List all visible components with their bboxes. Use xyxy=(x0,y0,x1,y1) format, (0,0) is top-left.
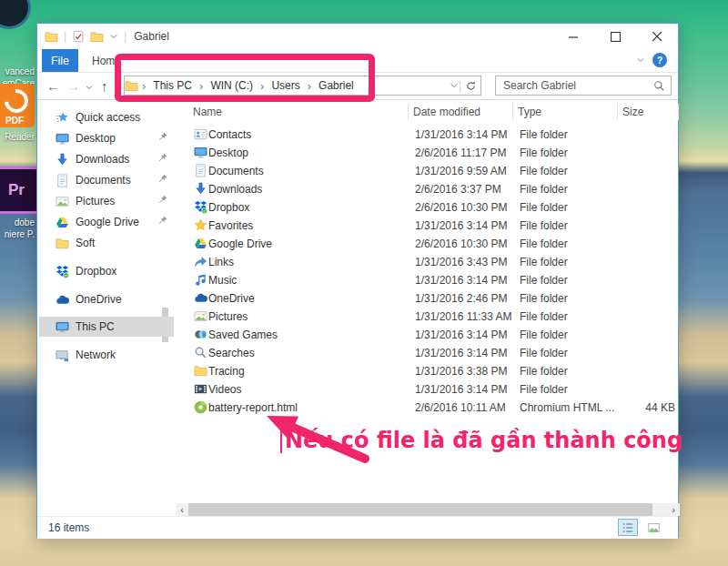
sidebar-item-network[interactable]: Network xyxy=(39,345,174,365)
desktop-app-icon[interactable] xyxy=(0,0,31,29)
file-name: Pictures xyxy=(208,310,248,323)
file-row-dropbox[interactable]: Dropbox2/6/2016 10:30 PMFile folder xyxy=(178,198,680,217)
gdrive-icon xyxy=(194,237,207,250)
file-row-searches[interactable]: Searches1/31/2016 3:14 PMFile folder xyxy=(178,344,680,362)
file-date: 1/31/2016 9:59 AM xyxy=(415,165,507,177)
desktop-icon xyxy=(194,146,207,159)
properties-icon[interactable] xyxy=(72,30,85,43)
file-row-battery-report-html[interactable]: battery-report.html2/6/2016 10:11 AMChro… xyxy=(178,399,680,417)
desktop-icon-label-reader[interactable]: Reader xyxy=(0,131,35,143)
file-name: battery-report.html xyxy=(208,401,298,414)
file-type: File folder xyxy=(520,383,568,396)
file-type: File folder xyxy=(520,310,568,323)
videos-icon xyxy=(194,382,207,396)
onedrive-icon xyxy=(56,293,69,307)
folder-icon[interactable] xyxy=(45,30,58,44)
sidebar-item-desktop[interactable]: Desktop xyxy=(39,128,174,148)
file-row-favorites[interactable]: Favorites1/31/2016 3:14 PMFile folder xyxy=(178,217,680,235)
column-divider xyxy=(678,104,679,120)
titlebar[interactable]: | | Gabriel xyxy=(37,24,678,49)
recent-locations-chevron-icon[interactable] xyxy=(85,83,94,92)
back-button[interactable]: ← xyxy=(46,72,60,99)
file-name: Downloads xyxy=(208,183,262,196)
file-row-tracing[interactable]: Tracing1/31/2016 3:38 PMFile folder xyxy=(178,362,680,380)
new-folder-icon[interactable] xyxy=(90,30,104,44)
downloads-icon xyxy=(56,153,69,167)
file-date: 1/31/2016 3:14 PM xyxy=(415,328,507,341)
pin-icon xyxy=(157,173,168,184)
sidebar-item-this-pc[interactable]: This PC xyxy=(39,317,174,337)
network-icon xyxy=(56,349,69,362)
file-row-saved-games[interactable]: Saved Games1/31/2016 3:14 PMFile folder xyxy=(178,326,680,344)
file-row-desktop[interactable]: Desktop2/6/2016 11:17 PMFile folder xyxy=(178,144,680,162)
sidebar-item-quick-access[interactable]: Quick access xyxy=(39,107,174,127)
column-header-date[interactable]: Date modified xyxy=(413,102,480,122)
large-icons-view-button[interactable] xyxy=(643,519,663,536)
file-row-downloads[interactable]: Downloads2/6/2016 3:37 PMFile folder xyxy=(178,180,680,198)
scrollbar-thumb[interactable] xyxy=(188,503,652,516)
close-button[interactable] xyxy=(636,24,678,49)
file-type: File folder xyxy=(520,183,568,196)
file-row-contacts[interactable]: Contacts1/31/2016 3:14 PMFile folder xyxy=(178,126,680,144)
thispc-icon xyxy=(56,320,69,334)
sidebar-item-dropbox[interactable]: Dropbox xyxy=(39,261,174,281)
search-icon[interactable] xyxy=(653,80,665,92)
foxit-reader-icon[interactable]: PDF xyxy=(0,84,35,127)
forward-button[interactable]: → xyxy=(66,72,80,99)
address-dropdown-chevron-icon[interactable] xyxy=(450,81,459,90)
horizontal-scrollbar[interactable]: ‹ › xyxy=(176,503,680,516)
column-header-type[interactable]: Type xyxy=(518,102,541,122)
tab-file[interactable]: File xyxy=(42,49,78,72)
file-type: File folder xyxy=(520,365,568,378)
file-row-pictures[interactable]: Pictures1/31/2016 11:33 AMFile folder xyxy=(178,308,680,326)
sidebar-item-documents[interactable]: Documents xyxy=(39,170,174,190)
file-name: Searches xyxy=(208,347,255,359)
toolbar-separator: | xyxy=(64,30,66,43)
maximize-button[interactable] xyxy=(594,24,636,49)
file-size: 44 KB xyxy=(597,401,675,414)
pictures-icon xyxy=(56,195,69,208)
sidebar-item-downloads[interactable]: Downloads xyxy=(39,149,174,169)
up-button[interactable]: ↑ xyxy=(101,72,108,99)
column-header-name[interactable]: Name xyxy=(193,102,222,122)
file-type: File folder xyxy=(520,165,568,177)
minimize-button[interactable] xyxy=(552,24,594,49)
help-icon[interactable]: ? xyxy=(652,53,667,67)
details-view-button[interactable] xyxy=(618,519,638,536)
desktop-icon xyxy=(56,132,69,146)
file-date: 1/31/2016 3:14 PM xyxy=(415,219,507,232)
sidebar-item-pictures[interactable]: Pictures xyxy=(39,191,174,211)
games-icon xyxy=(194,328,207,341)
desktop-icon-label-premiere[interactable]: dobe niere P. xyxy=(0,217,35,240)
sidebar-item-onedrive[interactable]: OneDrive xyxy=(39,289,174,309)
file-row-onedrive[interactable]: OneDrive1/31/2016 2:46 PMFile folder xyxy=(178,289,680,308)
search-input[interactable]: Search Gabriel xyxy=(495,76,672,96)
sidebar-item-google-drive[interactable]: Google Drive xyxy=(39,212,174,232)
ribbon-collapse-chevron-icon[interactable] xyxy=(636,56,645,65)
scroll-left-arrow-icon[interactable]: ‹ xyxy=(176,503,188,516)
file-row-videos[interactable]: Videos1/31/2016 3:14 PMFile folder xyxy=(178,380,680,399)
sidebar-item-label: OneDrive xyxy=(76,293,174,306)
foxit-swirl-icon xyxy=(0,85,33,118)
pin-icon xyxy=(157,152,168,163)
column-header-size[interactable]: Size xyxy=(622,102,643,122)
file-date: 1/31/2016 3:38 PM xyxy=(415,365,507,378)
scroll-right-arrow-icon[interactable]: › xyxy=(667,503,680,516)
sidebar-item-soft[interactable]: Soft xyxy=(39,233,174,253)
status-bar: 16 items xyxy=(37,516,678,539)
dropbox-icon xyxy=(56,265,69,278)
sidebar-item-label: This PC xyxy=(76,320,174,333)
file-row-documents[interactable]: Documents1/31/2016 9:59 AMFile folder xyxy=(178,162,680,180)
customize-chevron-icon[interactable] xyxy=(109,32,118,41)
window-title: Gabriel xyxy=(134,30,169,43)
premiere-icon[interactable]: Pr xyxy=(0,167,40,214)
file-name: Google Drive xyxy=(208,238,272,250)
refresh-icon[interactable] xyxy=(465,80,477,92)
file-row-google-drive[interactable]: Google Drive2/6/2016 10:30 PMFile folder xyxy=(178,235,680,253)
column-divider xyxy=(512,104,513,120)
address-bar-controls: | xyxy=(450,76,480,95)
file-row-music[interactable]: Music1/31/2016 3:14 PMFile folder xyxy=(178,271,680,289)
file-date: 1/31/2016 3:14 PM xyxy=(415,274,507,287)
file-row-links[interactable]: Links1/31/2016 3:43 PMFile folder xyxy=(178,253,680,271)
gdrive-icon xyxy=(56,216,69,229)
